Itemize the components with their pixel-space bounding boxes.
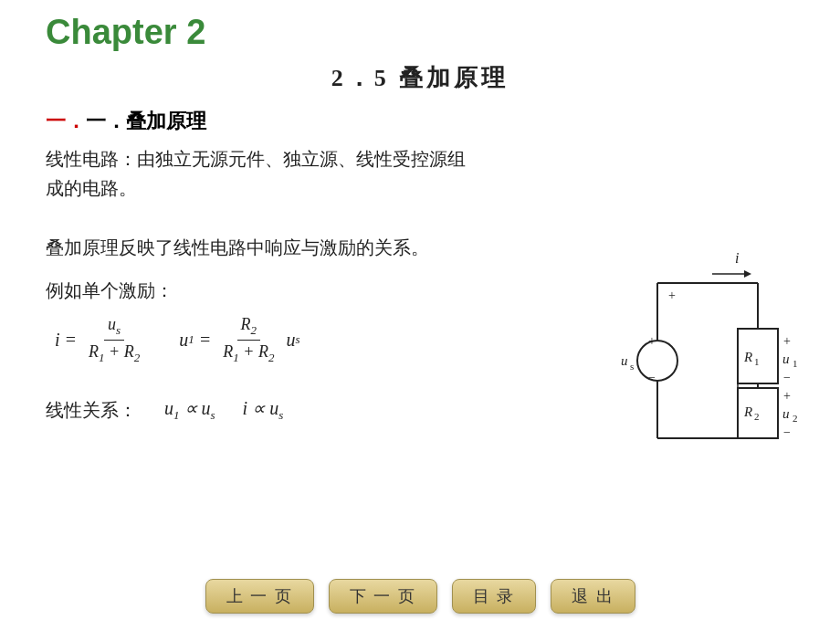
svg-text:i: i	[735, 250, 739, 266]
svg-text:s: s	[630, 361, 634, 372]
exit-button[interactable]: 退 出	[551, 579, 635, 614]
svg-text:R: R	[743, 350, 752, 364]
svg-text:u: u	[782, 352, 790, 366]
svg-text:1: 1	[793, 358, 798, 369]
prev-page-button[interactable]: 上 一 页	[205, 579, 314, 614]
formula-u1-propto-us: u1 ∝ us	[164, 397, 215, 423]
chapter-title: Chapter 2	[46, 13, 205, 52]
body-text-linear-circuit: 线性电路：由独立无源元件、独立源、线性受控源组 成的电路。	[46, 144, 630, 203]
svg-point-9	[637, 341, 677, 381]
sub-heading: 一．一．叠加原理	[46, 108, 206, 135]
formula-u1: u1 = R2 R1 + R2 us	[174, 315, 299, 364]
svg-text:+: +	[648, 334, 656, 348]
svg-text:+: +	[783, 389, 791, 403]
svg-text:R: R	[743, 404, 752, 419]
formula-i-propto-us: i ∝ us	[243, 397, 284, 423]
section-heading: 2．5 叠加原理	[0, 62, 840, 94]
formula-i: i = us R1 + R2	[55, 315, 147, 364]
formula-area: i = us R1 + R2 u1 = R2 R1 + R2 us	[55, 315, 584, 364]
toc-button[interactable]: 目 录	[452, 579, 537, 614]
svg-text:u: u	[621, 353, 628, 368]
svg-text:1: 1	[754, 356, 760, 367]
svg-text:2: 2	[754, 411, 760, 422]
svg-text:+: +	[668, 289, 676, 302]
svg-text:−: −	[783, 371, 791, 384]
svg-text:2: 2	[793, 413, 798, 424]
svg-text:−: −	[783, 425, 791, 439]
nav-bar: 上 一 页 下 一 页 目 录 退 出	[0, 572, 840, 621]
body-text-superposition: 叠加原理反映了线性电路中响应与激励的关系。	[46, 236, 429, 260]
svg-text:u: u	[782, 406, 790, 421]
body-text-example: 例如单个激励：	[46, 278, 173, 303]
svg-text:−: −	[648, 371, 656, 384]
linear-relation-label: 线性关系：	[46, 398, 137, 423]
svg-text:+: +	[783, 334, 791, 348]
linear-relation-area: 线性关系： u1 ∝ us i ∝ us	[46, 397, 283, 423]
next-page-button[interactable]: 下 一 页	[329, 579, 437, 614]
circuit-diagram: i + − u s + R 1 + u 1 −	[603, 247, 813, 475]
svg-marker-2	[744, 270, 751, 278]
